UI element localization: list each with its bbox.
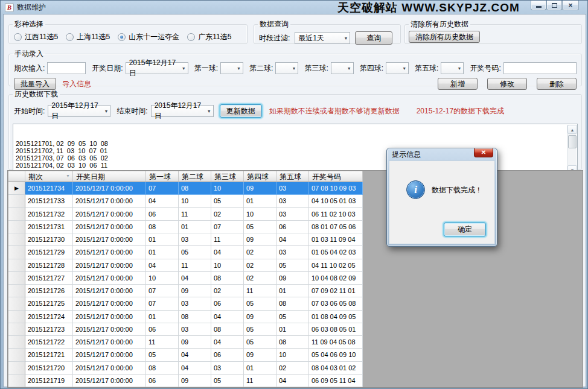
table-row[interactable]: 20151217192015/12/17 0:00:00060905110406…	[8, 375, 363, 387]
table-cell[interactable]: 01 08 04 09 05	[309, 311, 363, 323]
table-cell[interactable]: 2015/12/17 0:00:00	[73, 311, 146, 323]
table-cell[interactable]: 02	[244, 259, 276, 272]
table-cell[interactable]: 2015/12/17 0:00:00	[73, 195, 146, 207]
table-row[interactable]: 20151217202015/12/17 0:00:00080403010208…	[8, 362, 363, 375]
ball-select[interactable]: ▼	[441, 62, 464, 74]
table-row[interactable]: 20151217212015/12/17 0:00:00050406091005…	[8, 349, 363, 361]
table-cell[interactable]: 04	[179, 349, 211, 361]
scroll-thumb[interactable]	[568, 135, 577, 148]
table-cell[interactable]: 10	[211, 182, 244, 195]
table-cell[interactable]: 05	[276, 259, 309, 272]
table-cell[interactable]: 05	[244, 221, 276, 233]
table-cell[interactable]: 07 08 10 09 03	[309, 182, 363, 195]
table-cell[interactable]: 08	[211, 323, 244, 336]
table-row[interactable]: 20151217222015/12/17 0:00:00110904050811…	[8, 336, 363, 349]
table-cell[interactable]: 01	[179, 221, 211, 233]
table-cell[interactable]: 02	[211, 285, 244, 297]
table-cell[interactable]: 2015121722	[25, 336, 73, 349]
table-cell[interactable]: 2015/12/17 0:00:00	[73, 323, 146, 336]
table-cell[interactable]: 07	[146, 182, 179, 195]
table-cell[interactable]: 08	[179, 311, 211, 323]
table-cell[interactable]: 01 05 04 02 03	[309, 246, 363, 259]
table-row[interactable]: 20151217232015/12/17 0:00:00060308050106…	[8, 323, 363, 336]
table-cell[interactable]: 01	[276, 285, 309, 297]
table-cell[interactable]: 11	[244, 375, 276, 387]
table-cell[interactable]: 09	[179, 375, 211, 387]
table-cell[interactable]: 2015121720	[25, 362, 73, 375]
row-header-cell[interactable]	[8, 195, 25, 207]
ball-select[interactable]: ▼	[331, 62, 354, 74]
table-cell[interactable]: 09	[244, 349, 276, 361]
table-cell[interactable]: 2015/12/17 0:00:00	[73, 221, 146, 233]
table-cell[interactable]: 03	[179, 297, 211, 310]
table-cell[interactable]: 06	[146, 323, 179, 336]
table-cell[interactable]: 2015121724	[25, 311, 73, 323]
table-cell[interactable]: 03	[276, 246, 309, 259]
table-cell[interactable]: 06 03 08 05 01	[309, 323, 363, 336]
table-cell[interactable]: 2015121719	[25, 375, 73, 387]
lottery-radio-option[interactable]: 江西11选5	[14, 32, 58, 42]
update-data-button[interactable]: 更新数据	[220, 104, 262, 118]
table-cell[interactable]: 04	[211, 336, 244, 349]
table-row[interactable]: 20151217292015/12/17 0:00:00010504020301…	[8, 246, 363, 259]
table-cell[interactable]: 05	[244, 297, 276, 310]
message-dialog[interactable]: 提示信息 ✕ i 数据下载完成！ 确定	[386, 148, 497, 247]
delete-button[interactable]: 删除	[537, 78, 577, 90]
table-cell[interactable]: 05	[179, 246, 211, 259]
table-cell[interactable]: 10	[244, 208, 276, 221]
table-cell[interactable]: 02	[244, 246, 276, 259]
table-cell[interactable]: 06 11 02 10 03	[309, 208, 363, 221]
table-cell[interactable]: 2015121730	[25, 233, 73, 246]
table-row[interactable]: 20151217302015/12/17 0:00:00010311090401…	[8, 233, 363, 246]
table-cell[interactable]: 01	[146, 311, 179, 323]
table-cell[interactable]: 03	[179, 323, 211, 336]
table-cell[interactable]: 2015121732	[25, 208, 73, 221]
table-cell[interactable]: 2015121727	[25, 272, 73, 285]
row-header-cell[interactable]	[8, 336, 25, 349]
table-row[interactable]: 20151217282015/12/17 0:00:00041110020504…	[8, 259, 363, 272]
table-cell[interactable]: 06	[211, 297, 244, 310]
table-cell[interactable]: 11	[179, 259, 211, 272]
table-cell[interactable]: 01 03 11 09 04	[309, 233, 363, 246]
ball-select[interactable]: ▼	[275, 62, 298, 74]
table-cell[interactable]: 05	[244, 323, 276, 336]
table-cell[interactable]: 04	[146, 259, 179, 272]
lottery-radio-option[interactable]: 山东十一运夺金	[118, 32, 179, 42]
table-cell[interactable]: 2015121725	[25, 297, 73, 310]
column-header[interactable]: 第四球	[244, 171, 276, 182]
table-cell[interactable]: 01	[244, 195, 276, 207]
table-cell[interactable]: 09	[244, 233, 276, 246]
table-cell[interactable]: 2015121723	[25, 323, 73, 336]
row-header-cell[interactable]	[8, 208, 25, 221]
table-cell[interactable]: 03	[179, 233, 211, 246]
column-header[interactable]: 期次▼	[25, 171, 73, 182]
table-cell[interactable]: 08 01 07 05 06	[309, 221, 363, 233]
ok-button[interactable]: 确定	[444, 223, 486, 236]
start-time-select[interactable]: 2015年12月17日 ▼	[48, 105, 110, 117]
row-header-cell[interactable]	[8, 233, 25, 246]
row-header-cell[interactable]	[8, 362, 25, 375]
table-cell[interactable]: 09	[179, 285, 211, 297]
import-info-link[interactable]: 导入信息	[62, 79, 91, 89]
table-row[interactable]: 20151217262015/12/17 0:00:00070902110107…	[8, 285, 363, 297]
table-cell[interactable]: 09	[244, 182, 276, 195]
table-cell[interactable]: 2015/12/17 0:00:00	[73, 259, 146, 272]
table-cell[interactable]: 04	[179, 362, 211, 375]
table-cell[interactable]: 03	[276, 195, 309, 207]
query-button[interactable]: 查询	[355, 31, 392, 45]
table-cell[interactable]: 04	[276, 375, 309, 387]
grid-corner-cell[interactable]	[8, 171, 25, 182]
table-cell[interactable]: 06 09 05 11 04	[309, 375, 363, 387]
table-cell[interactable]: 07	[211, 221, 244, 233]
lottery-radio-option[interactable]: 广东11选5	[187, 32, 231, 42]
table-cell[interactable]: 07	[146, 297, 179, 310]
column-header[interactable]: 开奖日期	[73, 171, 146, 182]
batch-import-button[interactable]: 批量导入	[14, 78, 56, 90]
column-header[interactable]: 第二球	[179, 171, 211, 182]
table-row[interactable]: 20151217332015/12/17 0:00:00041005010304…	[8, 195, 363, 207]
draw-number-input[interactable]	[503, 62, 577, 74]
table-cell[interactable]: 08	[179, 182, 211, 195]
issue-input[interactable]	[47, 62, 86, 74]
table-cell[interactable]: 02	[276, 362, 309, 375]
table-cell[interactable]: 2015/12/17 0:00:00	[73, 362, 146, 375]
